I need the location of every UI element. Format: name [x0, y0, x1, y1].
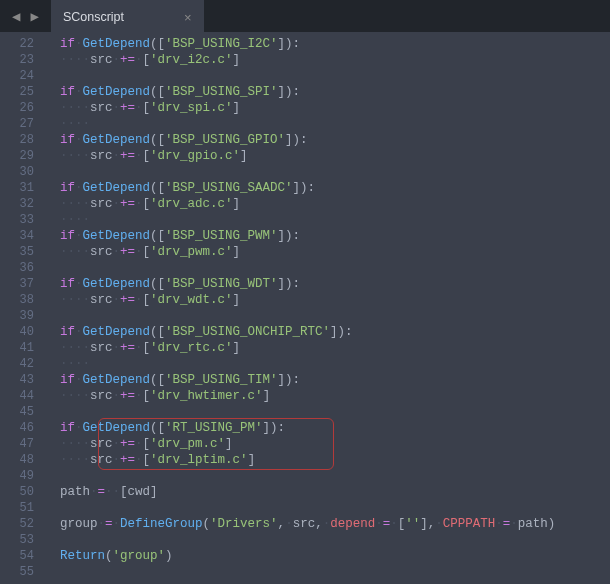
line-number: 48: [0, 452, 44, 468]
code-line[interactable]: [44, 164, 610, 180]
code-line[interactable]: [44, 404, 610, 420]
tab-sconscript[interactable]: SConscript ×: [51, 0, 204, 32]
line-number: 29: [0, 148, 44, 164]
tab-title: SConscript: [63, 10, 124, 24]
line-number: 35: [0, 244, 44, 260]
line-number: 42: [0, 356, 44, 372]
line-number: 50: [0, 484, 44, 500]
code-line[interactable]: Return('group'): [44, 548, 610, 564]
code-line[interactable]: ····src·+=·['drv_pwm.c']: [44, 244, 610, 260]
code-line[interactable]: ····src·+=·['drv_spi.c']: [44, 100, 610, 116]
line-number: 30: [0, 164, 44, 180]
line-number: 36: [0, 260, 44, 276]
line-number-gutter: 2223242526272829303132333435363738394041…: [0, 32, 44, 584]
line-number: 22: [0, 36, 44, 52]
code-line[interactable]: if·GetDepend(['BSP_USING_PWM']):: [44, 228, 610, 244]
code-line[interactable]: path·=··[cwd]: [44, 484, 610, 500]
line-number: 45: [0, 404, 44, 420]
nav-back-icon[interactable]: ◀: [8, 6, 24, 27]
code-line[interactable]: ····src·+=·['drv_rtc.c']: [44, 340, 610, 356]
line-number: 26: [0, 100, 44, 116]
code-line[interactable]: if·GetDepend(['RT_USING_PM']):: [44, 420, 610, 436]
line-number: 34: [0, 228, 44, 244]
line-number: 32: [0, 196, 44, 212]
line-number: 43: [0, 372, 44, 388]
editor-header: ◀ ▶ SConscript ×: [0, 0, 610, 32]
line-number: 52: [0, 516, 44, 532]
code-line[interactable]: ····src·+=·['drv_i2c.c']: [44, 52, 610, 68]
code-line[interactable]: [44, 68, 610, 84]
line-number: 31: [0, 180, 44, 196]
line-number: 49: [0, 468, 44, 484]
code-line[interactable]: ····src·+=·['drv_wdt.c']: [44, 292, 610, 308]
line-number: 39: [0, 308, 44, 324]
line-number: 41: [0, 340, 44, 356]
line-number: 46: [0, 420, 44, 436]
code-line[interactable]: [44, 260, 610, 276]
code-line[interactable]: ····src·+=·['drv_adc.c']: [44, 196, 610, 212]
code-line[interactable]: ····: [44, 356, 610, 372]
code-line[interactable]: if·GetDepend(['BSP_USING_WDT']):: [44, 276, 610, 292]
code-line[interactable]: if·GetDepend(['BSP_USING_TIM']):: [44, 372, 610, 388]
code-line[interactable]: [44, 500, 610, 516]
code-line[interactable]: if·GetDepend(['BSP_USING_SAADC']):: [44, 180, 610, 196]
code-line[interactable]: ····: [44, 212, 610, 228]
line-number: 33: [0, 212, 44, 228]
code-line[interactable]: if·GetDepend(['BSP_USING_GPIO']):: [44, 132, 610, 148]
line-number: 27: [0, 116, 44, 132]
nav-arrows: ◀ ▶: [0, 6, 51, 27]
code-line[interactable]: [44, 468, 610, 484]
line-number: 38: [0, 292, 44, 308]
line-number: 54: [0, 548, 44, 564]
line-number: 53: [0, 532, 44, 548]
code-line[interactable]: if·GetDepend(['BSP_USING_ONCHIP_RTC']):: [44, 324, 610, 340]
code-line[interactable]: ····src·+=·['drv_pm.c']: [44, 436, 610, 452]
line-number: 47: [0, 436, 44, 452]
code-line[interactable]: if·GetDepend(['BSP_USING_SPI']):: [44, 84, 610, 100]
code-line[interactable]: if·GetDepend(['BSP_USING_I2C']):: [44, 36, 610, 52]
code-area[interactable]: if·GetDepend(['BSP_USING_I2C']):····src·…: [44, 32, 610, 584]
code-line[interactable]: group·=·DefineGroup('Drivers',·src,·depe…: [44, 516, 610, 532]
line-number: 25: [0, 84, 44, 100]
code-line[interactable]: ····src·+=·['drv_gpio.c']: [44, 148, 610, 164]
nav-forward-icon[interactable]: ▶: [26, 6, 42, 27]
line-number: 55: [0, 564, 44, 580]
code-line[interactable]: [44, 532, 610, 548]
line-number: 24: [0, 68, 44, 84]
code-line[interactable]: ····src·+=·['drv_hwtimer.c']: [44, 388, 610, 404]
close-icon[interactable]: ×: [184, 10, 192, 25]
code-editor[interactable]: 2223242526272829303132333435363738394041…: [0, 32, 610, 584]
code-line[interactable]: ····: [44, 116, 610, 132]
line-number: 40: [0, 324, 44, 340]
code-line[interactable]: ····src·+=·['drv_lptim.c']: [44, 452, 610, 468]
line-number: 23: [0, 52, 44, 68]
line-number: 51: [0, 500, 44, 516]
code-line[interactable]: [44, 308, 610, 324]
line-number: 28: [0, 132, 44, 148]
line-number: 44: [0, 388, 44, 404]
line-number: 37: [0, 276, 44, 292]
